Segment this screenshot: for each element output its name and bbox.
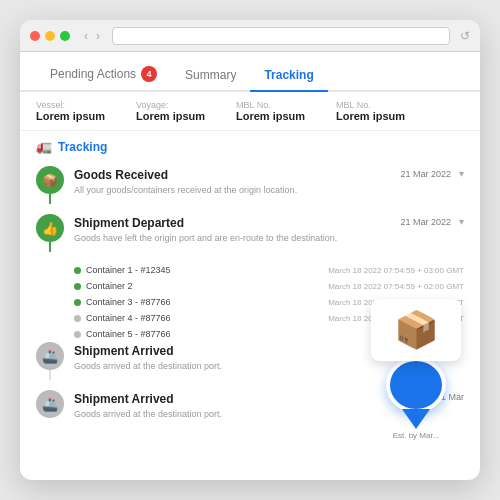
close-button[interactable] — [30, 31, 40, 41]
nav-arrows: ‹ › — [82, 29, 102, 43]
reload-icon[interactable]: ↺ — [460, 29, 470, 43]
pin-small-text: Est. by Mar... — [393, 431, 440, 440]
container-dot — [74, 267, 81, 274]
forward-arrow[interactable]: › — [94, 29, 102, 43]
voyage-field: Voyage: Lorem ipsum — [136, 100, 216, 122]
list-item[interactable]: Container 2 March 18 2022 07:54:59 + 02:… — [74, 278, 464, 294]
pending-badge: 4 — [141, 66, 157, 82]
content-area[interactable]: 📦 Goods Received 21 Mar 2022 ▾ All your … — [20, 158, 480, 480]
section-title: Tracking — [58, 140, 107, 154]
titlebar: ‹ › ↺ — [20, 20, 480, 52]
tab-tracking[interactable]: Tracking — [250, 60, 327, 90]
back-arrow[interactable]: ‹ — [82, 29, 90, 43]
timeline-item-shipment-departed: 👍 Shipment Departed 21 Mar 2022 ▾ Goods … — [36, 214, 464, 252]
tabs-bar: Pending Actions 4 Summary Tracking — [20, 52, 480, 92]
tab-pending-actions[interactable]: Pending Actions 4 — [36, 58, 171, 90]
timeline-item-goods-received: 📦 Goods Received 21 Mar 2022 ▾ All your … — [36, 166, 464, 204]
minimize-button[interactable] — [45, 31, 55, 41]
pin-circle — [386, 357, 446, 413]
address-bar[interactable] — [112, 27, 450, 45]
pin-card: 📦 — [371, 299, 461, 361]
container-dot — [74, 299, 81, 306]
section-header: 🚛 Tracking — [20, 131, 480, 158]
traffic-lights — [30, 31, 70, 41]
shipment-arrived-2-icon: 🚢 — [36, 390, 64, 418]
mbl-field-2: MBL No. Lorem ipsum — [336, 100, 416, 122]
goods-received-icon: 📦 — [36, 166, 64, 194]
chevron-down-icon: ▾ — [459, 168, 464, 179]
mbl-field-1: MBL No. Lorem ipsum — [236, 100, 316, 122]
vessel-field: Vessel: Lorem ipsum — [36, 100, 116, 122]
chevron-down-icon: ▾ — [459, 216, 464, 227]
pin-shape — [386, 357, 446, 429]
shipment-arrived-icon: 🚢 — [36, 342, 64, 370]
tracking-section-icon: 🚛 — [36, 139, 52, 154]
container-dot — [74, 283, 81, 290]
pin-triangle — [402, 409, 430, 429]
info-row: Vessel: Lorem ipsum Voyage: Lorem ipsum … — [20, 92, 480, 131]
container-dot — [74, 331, 81, 338]
container-dot — [74, 315, 81, 322]
tab-summary[interactable]: Summary — [171, 60, 250, 90]
shipment-departed-icon: 👍 — [36, 214, 64, 242]
pin-overlay: 📦 Est. by Mar... — [366, 299, 466, 440]
box-icon: 📦 — [394, 309, 439, 351]
fullscreen-button[interactable] — [60, 31, 70, 41]
app-window: ‹ › ↺ Pending Actions 4 Summary Tracking… — [20, 20, 480, 480]
list-item[interactable]: Container 1 - #12345 March 18 2022 07:54… — [74, 262, 464, 278]
